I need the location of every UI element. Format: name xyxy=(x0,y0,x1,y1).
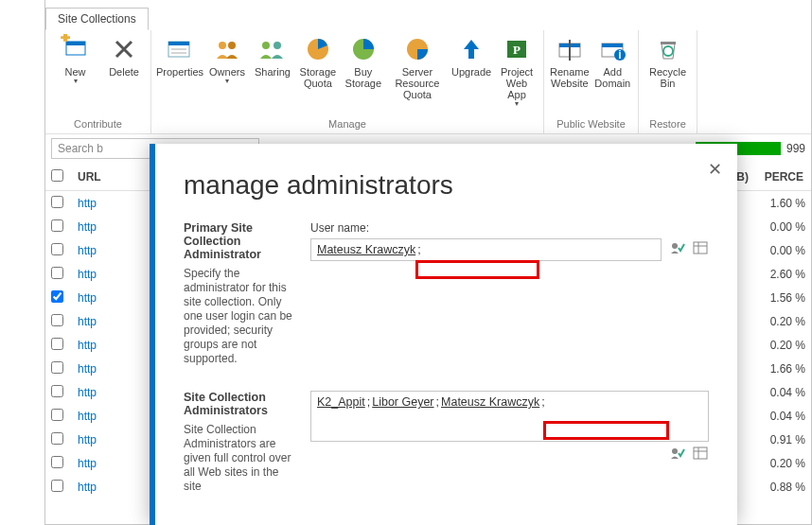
dropdown-arrow-icon: ▾ xyxy=(515,100,519,108)
owners-button[interactable]: Owners ▾ xyxy=(206,32,248,116)
recycle-bin-button[interactable]: Recycle Bin xyxy=(645,32,691,116)
delete-x-icon xyxy=(109,34,139,64)
select-all-checkbox[interactable] xyxy=(51,169,63,182)
browse-people-icon[interactable] xyxy=(692,446,709,461)
new-button[interactable]: New ▾ xyxy=(51,32,99,116)
site-url-link[interactable]: http xyxy=(78,339,97,352)
svg-point-24 xyxy=(672,243,678,249)
site-url-link[interactable]: http xyxy=(78,433,97,446)
properties-button[interactable]: Properties xyxy=(157,32,203,116)
percent-value: 0.00 % xyxy=(758,220,805,234)
dialog-title: manage administrators xyxy=(184,170,709,201)
owners-icon xyxy=(212,34,242,64)
secondary-admins-title: Site Collection Administrators xyxy=(184,391,295,417)
sharing-label: Sharing xyxy=(255,66,291,78)
site-url-link[interactable]: http xyxy=(78,197,97,210)
percent-value: 0.88 % xyxy=(758,481,805,494)
svg-rect-1 xyxy=(66,42,85,45)
site-url-link[interactable]: http xyxy=(78,268,97,281)
svg-point-28 xyxy=(672,448,678,454)
delete-label: Delete xyxy=(109,66,139,78)
site-url-link[interactable]: http xyxy=(78,315,97,328)
svg-rect-29 xyxy=(694,447,707,459)
percent-value: 0.91 % xyxy=(758,433,805,446)
site-url-link[interactable]: http xyxy=(78,386,97,399)
browse-people-icon[interactable] xyxy=(692,240,709,255)
check-names-icon[interactable] xyxy=(669,446,686,461)
svg-point-7 xyxy=(228,42,236,49)
svg-text:i: i xyxy=(619,48,622,61)
svg-rect-22 xyxy=(661,42,676,44)
check-names-icon[interactable] xyxy=(669,240,686,255)
delete-button[interactable]: Delete xyxy=(103,32,145,116)
svg-text:P: P xyxy=(513,43,521,57)
site-url-link[interactable]: http xyxy=(78,457,97,470)
row-checkbox[interactable] xyxy=(51,385,63,397)
row-checkbox[interactable] xyxy=(51,267,63,279)
add-domain-icon: i xyxy=(597,34,627,64)
upgrade-icon xyxy=(456,34,486,64)
row-checkbox[interactable] xyxy=(51,456,63,468)
group-public-label: Public Website xyxy=(550,116,632,131)
sharing-icon xyxy=(257,34,288,64)
manage-administrators-dialog: ✕ manage administrators Primary Site Col… xyxy=(150,144,737,525)
percent-value: 2.60 % xyxy=(758,268,805,281)
recycle-bin-icon xyxy=(653,34,683,64)
rename-label: Rename Website xyxy=(550,66,590,89)
row-checkbox[interactable] xyxy=(51,361,63,374)
dropdown-arrow-icon: ▾ xyxy=(74,78,78,85)
sharing-button[interactable]: Sharing xyxy=(252,32,293,116)
upgrade-button[interactable]: Upgrade xyxy=(450,32,492,116)
row-checkbox[interactable] xyxy=(51,338,63,350)
svg-rect-3 xyxy=(168,42,189,45)
percent-value: 0.04 % xyxy=(758,386,805,399)
person-entity[interactable]: Mateusz Krawczyk xyxy=(317,243,415,256)
percent-value: 0.04 % xyxy=(758,410,805,423)
storage-quota-button[interactable]: Storage Quota xyxy=(297,32,339,116)
percent-value: 1.66 % xyxy=(758,362,805,376)
row-checkbox[interactable] xyxy=(51,480,63,492)
person-entity[interactable]: K2_Appit xyxy=(317,395,365,409)
dropdown-arrow-icon: ▾ xyxy=(225,78,229,85)
row-checkbox[interactable] xyxy=(51,290,63,303)
primary-admin-input[interactable]: Mateusz Krawczyk; xyxy=(310,238,662,261)
row-checkbox[interactable] xyxy=(51,196,63,208)
row-checkbox[interactable] xyxy=(51,219,63,232)
svg-rect-17 xyxy=(569,40,571,61)
highlight-box xyxy=(415,260,539,279)
group-contribute-label: Contribute xyxy=(51,116,145,131)
rename-website-button[interactable]: Rename Website xyxy=(550,32,590,116)
properties-label: Properties xyxy=(156,66,203,78)
close-icon[interactable]: ✕ xyxy=(708,159,722,180)
add-domain-button[interactable]: i Add Domain xyxy=(593,32,632,116)
percent-value: 0.20 % xyxy=(758,457,805,470)
add-domain-label: Add Domain xyxy=(593,66,632,89)
person-entity[interactable]: Libor Geyer xyxy=(372,395,433,409)
row-checkbox[interactable] xyxy=(51,314,63,326)
secondary-admins-input[interactable]: K2_Appit; Libor Geyer; Mateusz Krawczyk; xyxy=(310,391,709,442)
site-url-link[interactable]: http xyxy=(78,481,97,494)
buy-storage-button[interactable]: Buy Storage xyxy=(343,32,384,116)
site-url-link[interactable]: http xyxy=(78,362,97,376)
project-icon: P xyxy=(502,34,532,64)
tab-site-collections[interactable]: Site Collections xyxy=(45,8,149,30)
row-checkbox[interactable] xyxy=(51,432,63,445)
site-url-link[interactable]: http xyxy=(78,291,97,305)
site-url-link[interactable]: http xyxy=(78,244,97,257)
storage-quota-icon xyxy=(303,34,333,64)
row-checkbox[interactable] xyxy=(51,243,63,255)
primary-admin-desc: Specify the administrator for this site … xyxy=(184,267,295,366)
server-quota-button[interactable]: Server Resource Quota xyxy=(388,32,447,116)
group-manage-label: Manage xyxy=(157,116,538,131)
recycle-label: Recycle Bin xyxy=(645,66,691,89)
row-checkbox[interactable] xyxy=(51,409,63,421)
percent-value: 0.20 % xyxy=(758,339,805,352)
person-entity[interactable]: Mateusz Krawczyk xyxy=(441,395,539,409)
buy-storage-label: Buy Storage xyxy=(343,66,384,89)
col-perc[interactable]: PERCE xyxy=(758,170,805,184)
percent-value: 0.00 % xyxy=(758,244,805,257)
site-url-link[interactable]: http xyxy=(78,220,97,234)
group-restore-label: Restore xyxy=(644,116,691,131)
project-web-app-button[interactable]: P Project Web App ▾ xyxy=(496,32,538,116)
site-url-link[interactable]: http xyxy=(78,410,97,423)
